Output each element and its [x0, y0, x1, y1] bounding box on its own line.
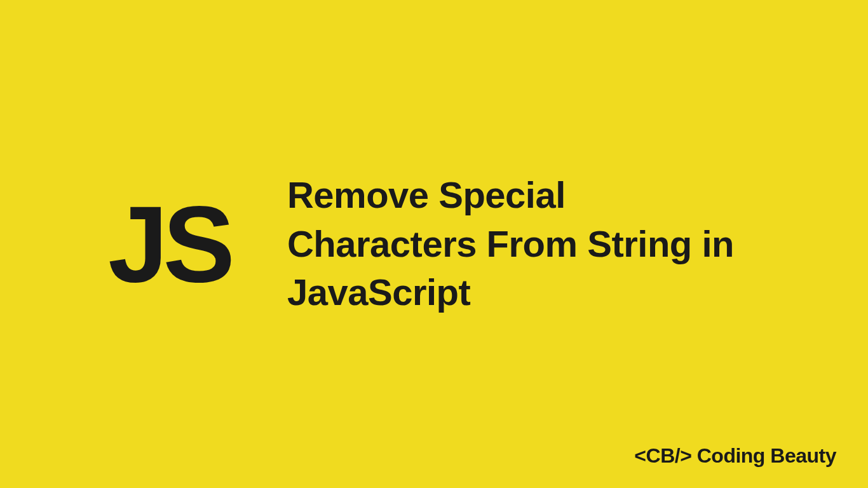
brand-footer: <CB/> Coding Beauty [634, 444, 836, 468]
article-title: Remove Special Characters From String in… [287, 171, 760, 317]
brand-name: Coding Beauty [697, 444, 836, 467]
js-badge: JS [108, 190, 230, 298]
hero-content: JS Remove Special Characters From String… [0, 171, 868, 317]
brand-tag: <CB/> [634, 444, 691, 467]
